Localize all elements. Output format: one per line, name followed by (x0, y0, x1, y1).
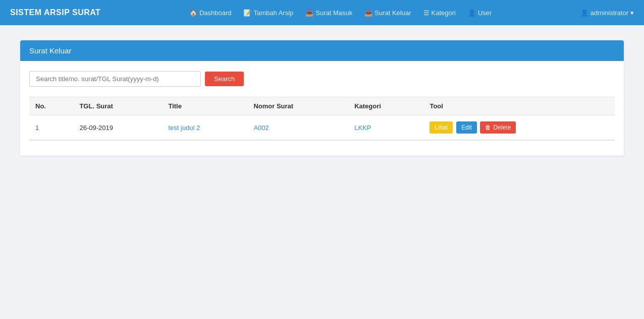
nav-menu: 🏠 Dashboard 📝 Tambah Arsip 📥 Surat Masuk… (184, 6, 497, 20)
user-nav-icon: 👤 (468, 9, 476, 17)
cell-tool: Lihat Edit 🗑 Delete (423, 115, 615, 140)
col-no: No. (29, 97, 73, 115)
table-footer (29, 140, 615, 146)
caret-down-icon: ▾ (630, 9, 634, 17)
col-title: Title (162, 97, 247, 115)
table-head: No. TGL. Surat Title Nomor Surat Kategor… (29, 97, 615, 115)
card-header: Surat Keluar (20, 40, 624, 61)
dashboard-icon: 🏠 (189, 9, 197, 17)
cell-no: 1 (29, 115, 73, 140)
app-brand: SISTEM ARSIP SURAT (10, 8, 100, 17)
surat-keluar-card: Surat Keluar Search No. TGL. Surat Title… (20, 40, 624, 156)
lihat-button[interactable]: Lihat (430, 121, 453, 134)
kategori-link[interactable]: LKKP (354, 124, 371, 132)
navbar: SISTEM ARSIP SURAT 🏠 Dashboard 📝 Tambah … (0, 0, 644, 25)
table-header-row: No. TGL. Surat Title Nomor Surat Kategor… (29, 97, 615, 115)
table-row: 1 26-09-2019 test judul 2 A002 LKKP (29, 115, 615, 140)
cell-title: test judul 2 (162, 115, 247, 140)
card-title: Surat Keluar (29, 46, 71, 55)
cell-kategori: LKKP (348, 115, 423, 140)
trash-icon: 🗑 (485, 124, 491, 131)
table-body: 1 26-09-2019 test judul 2 A002 LKKP (29, 115, 615, 140)
search-input[interactable] (29, 71, 201, 87)
nav-tambah-arsip[interactable]: 📝 Tambah Arsip (238, 6, 298, 20)
row-number-link[interactable]: 1 (35, 124, 39, 132)
surat-keluar-table: No. TGL. Surat Title Nomor Surat Kategor… (29, 97, 615, 140)
title-link[interactable]: test judul 2 (168, 124, 200, 132)
card-body: Search No. TGL. Surat Title Nomor Surat … (20, 61, 624, 156)
user-avatar-icon: 👤 (580, 9, 588, 17)
search-row: Search (29, 71, 615, 87)
menu-icon: ☰ (423, 9, 430, 17)
nomor-surat-link[interactable]: A002 (253, 124, 269, 132)
delete-button[interactable]: 🗑 Delete (480, 121, 516, 134)
cell-nomor-surat: A002 (247, 115, 348, 140)
nav-dashboard[interactable]: 🏠 Dashboard (184, 6, 237, 20)
nav-kategori[interactable]: ☰ Kategori (418, 6, 461, 20)
outbox-icon: 📤 (364, 9, 372, 17)
search-button[interactable]: Search (205, 72, 244, 86)
col-tool: Tool (423, 97, 615, 115)
cell-tgl-surat: 26-09-2019 (73, 115, 162, 140)
inbox-icon: 📥 (305, 9, 313, 17)
main-content: Surat Keluar Search No. TGL. Surat Title… (0, 25, 644, 171)
nav-surat-keluar[interactable]: 📤 Surat Keluar (359, 6, 416, 20)
edit-icon: 📝 (243, 9, 251, 17)
nav-surat-masuk[interactable]: 📥 Surat Masuk (300, 6, 357, 20)
col-kategori: Kategori (348, 97, 423, 115)
user-menu[interactable]: 👤 administrator ▾ (580, 9, 634, 17)
nav-user[interactable]: 👤 User (463, 6, 497, 20)
edit-button[interactable]: Edit (456, 121, 477, 134)
col-tgl-surat: TGL. Surat (73, 97, 162, 115)
col-nomor-surat: Nomor Surat (247, 97, 348, 115)
